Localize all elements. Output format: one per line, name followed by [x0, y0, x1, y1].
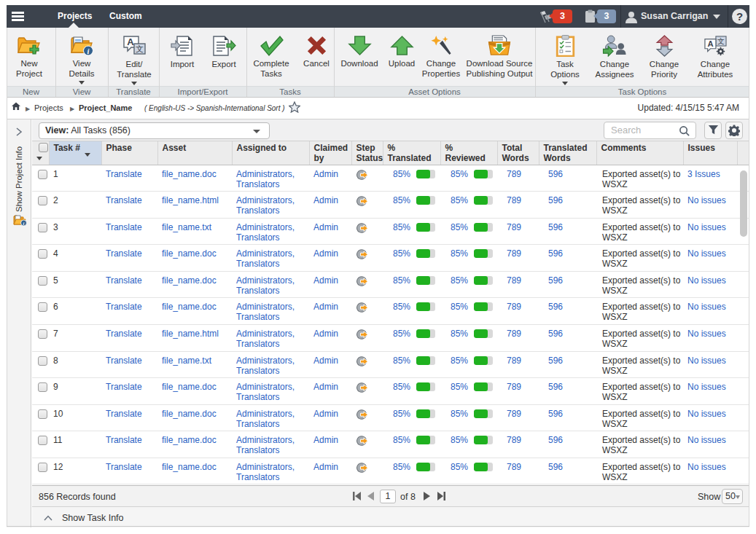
- svg-text:A: A: [127, 36, 134, 47]
- svg-text:文: 文: [717, 37, 725, 45]
- svg-text:i: i: [87, 47, 90, 55]
- svg-text:i: i: [23, 221, 25, 226]
- svg-text:文: 文: [136, 44, 144, 53]
- svg-text:A: A: [707, 39, 713, 48]
